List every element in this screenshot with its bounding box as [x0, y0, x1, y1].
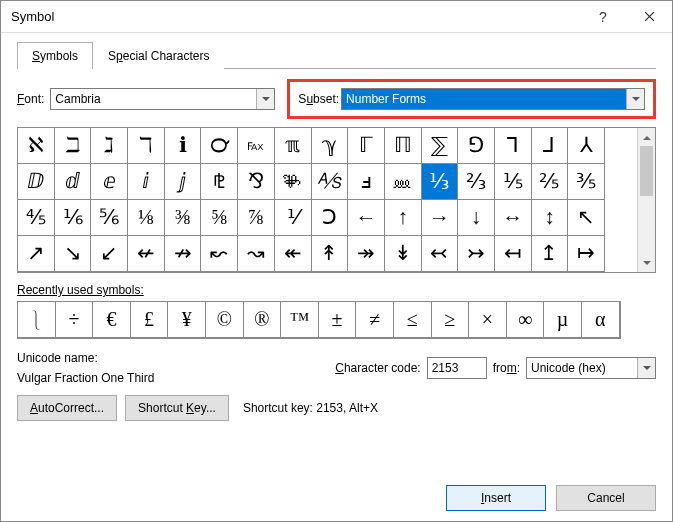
symbol-cell[interactable]: ↣ — [457, 235, 495, 272]
symbol-cell[interactable]: ℶ — [54, 127, 92, 164]
recent-symbol-cell[interactable]: ≤ — [393, 301, 432, 338]
symbol-cell[interactable]: ↛ — [164, 235, 202, 272]
symbol-cell[interactable]: ℺ — [200, 127, 238, 164]
symbol-cell[interactable]: ⅍ — [311, 163, 349, 200]
scroll-down-button[interactable] — [638, 254, 655, 272]
insert-button[interactable]: Insert — [446, 485, 546, 511]
symbol-cell[interactable]: ⅙ — [54, 199, 92, 236]
symbol-cell[interactable]: ⅃ — [531, 127, 569, 164]
tab-symbols[interactable]: Symbols — [17, 42, 93, 69]
symbol-cell[interactable]: ↚ — [127, 235, 165, 272]
symbol-cell[interactable]: ↤ — [494, 235, 532, 272]
symbol-cell[interactable]: ← — [347, 199, 385, 236]
recent-symbol-cell[interactable]: € — [92, 301, 131, 338]
symbol-cell[interactable]: ⅚ — [90, 199, 128, 236]
symbol-cell[interactable]: ⅜ — [164, 199, 202, 236]
symbol-cell[interactable]: ↥ — [531, 235, 569, 272]
symbol-cell[interactable]: ↙ — [90, 235, 128, 272]
recent-symbol-cell[interactable]: ¥ — [167, 301, 206, 338]
recent-symbol-cell[interactable]: ≥ — [431, 301, 470, 338]
symbol-cell[interactable]: ⅖ — [531, 163, 569, 200]
symbol-cell[interactable]: ℵ — [17, 127, 55, 164]
recent-symbol-cell[interactable]: £ — [130, 301, 169, 338]
symbol-cell[interactable]: ↝ — [237, 235, 275, 272]
symbol-cell[interactable]: ↗ — [17, 235, 55, 272]
subset-combo[interactable]: Number Forms — [341, 88, 645, 110]
scrollbar[interactable] — [637, 128, 655, 272]
symbol-cell[interactable]: ⅘ — [17, 199, 55, 236]
font-dropdown-button[interactable] — [256, 89, 274, 109]
symbol-cell[interactable]: ⅆ — [54, 163, 92, 200]
symbol-cell[interactable]: ⅗ — [567, 163, 605, 200]
char-code-input[interactable]: 2153 — [427, 357, 487, 379]
recent-symbol-cell[interactable]: ∞ — [506, 301, 545, 338]
symbol-cell[interactable]: ↕ — [531, 199, 569, 236]
symbol-cell[interactable]: ℹ — [164, 127, 202, 164]
cancel-button[interactable]: Cancel — [556, 485, 656, 511]
symbol-cell[interactable]: ⅟ — [274, 199, 312, 236]
recent-symbol-cell[interactable]: × — [468, 301, 507, 338]
symbol-cell[interactable]: ℿ — [384, 127, 422, 164]
recent-symbol-cell[interactable]: ⎱ — [17, 301, 56, 338]
symbol-cell[interactable]: ↞ — [274, 235, 312, 272]
recent-symbol-cell[interactable]: ® — [243, 301, 282, 338]
symbol-cell[interactable]: → — [421, 199, 459, 236]
symbol-cell[interactable]: ↖ — [567, 199, 605, 236]
scroll-up-button[interactable] — [638, 128, 655, 146]
symbol-cell[interactable]: ⅉ — [164, 163, 202, 200]
symbol-cell[interactable]: ⅋ — [237, 163, 275, 200]
symbol-cell[interactable]: ℸ — [127, 127, 165, 164]
symbol-cell[interactable]: ↡ — [384, 235, 422, 272]
font-subset-row: Font: Cambria Subset: Number Forms — [17, 79, 656, 119]
recent-symbol-cell[interactable]: © — [205, 301, 244, 338]
symbol-cell[interactable]: Ↄ — [311, 199, 349, 236]
symbol-cell[interactable]: ↑ — [384, 199, 422, 236]
symbol-cell[interactable]: ↢ — [421, 235, 459, 272]
recent-symbol-cell[interactable]: α — [581, 301, 620, 338]
help-button[interactable]: ? — [580, 1, 626, 33]
subset-dropdown-button[interactable] — [626, 89, 644, 109]
symbol-cell[interactable]: ⅛ — [127, 199, 165, 236]
symbol-cell[interactable]: ℼ — [274, 127, 312, 164]
symbol-cell[interactable]: ⅕ — [494, 163, 532, 200]
symbol-cell[interactable]: ℾ — [347, 127, 385, 164]
symbol-cell[interactable]: ⅎ — [347, 163, 385, 200]
recent-symbol-cell[interactable]: ≠ — [355, 301, 394, 338]
symbol-cell[interactable]: ↠ — [347, 235, 385, 272]
from-combo[interactable]: Unicode (hex) — [526, 357, 656, 379]
symbol-cell[interactable]: ⅇ — [90, 163, 128, 200]
recent-symbol-cell[interactable]: ÷ — [55, 301, 94, 338]
symbol-cell[interactable]: ↟ — [311, 235, 349, 272]
tab-special-characters[interactable]: Special Characters — [93, 42, 224, 69]
symbol-cell[interactable]: ↘ — [54, 235, 92, 272]
symbol-cell[interactable]: ↓ — [457, 199, 495, 236]
symbol-cell[interactable]: ⅁ — [457, 127, 495, 164]
symbol-cell[interactable]: ⅂ — [494, 127, 532, 164]
symbol-cell[interactable]: ⅄ — [567, 127, 605, 164]
symbol-cell[interactable]: ⅓ — [421, 163, 459, 200]
symbol-cell[interactable]: ⅞ — [237, 199, 275, 236]
recent-symbol-cell[interactable]: ™ — [280, 301, 319, 338]
scroll-thumb[interactable] — [640, 146, 653, 196]
symbol-cell[interactable]: ⅏ — [384, 163, 422, 200]
recent-symbol-cell[interactable]: ± — [318, 301, 357, 338]
symbol-cell[interactable]: ↔ — [494, 199, 532, 236]
symbol-cell[interactable]: ℽ — [311, 127, 349, 164]
symbol-cell[interactable]: ⅈ — [127, 163, 165, 200]
font-combo[interactable]: Cambria — [50, 88, 275, 110]
autocorrect-button[interactable]: AutoCorrect... — [17, 395, 117, 421]
from-dropdown-button[interactable] — [637, 358, 655, 378]
symbol-cell[interactable]: ⅝ — [200, 199, 238, 236]
symbol-cell[interactable]: ℷ — [90, 127, 128, 164]
symbol-cell[interactable]: ℻ — [237, 127, 275, 164]
symbol-cell[interactable]: ⅊ — [200, 163, 238, 200]
symbol-cell[interactable]: ⅀ — [421, 127, 459, 164]
recent-symbol-cell[interactable]: µ — [543, 301, 582, 338]
symbol-cell[interactable]: ↜ — [200, 235, 238, 272]
symbol-cell[interactable]: ⅔ — [457, 163, 495, 200]
symbol-cell[interactable]: ↦ — [567, 235, 605, 272]
symbol-cell[interactable]: ⅌ — [274, 163, 312, 200]
close-button[interactable] — [626, 1, 672, 33]
shortcut-key-button[interactable]: Shortcut Key... — [125, 395, 229, 421]
symbol-cell[interactable]: ⅅ — [17, 163, 55, 200]
